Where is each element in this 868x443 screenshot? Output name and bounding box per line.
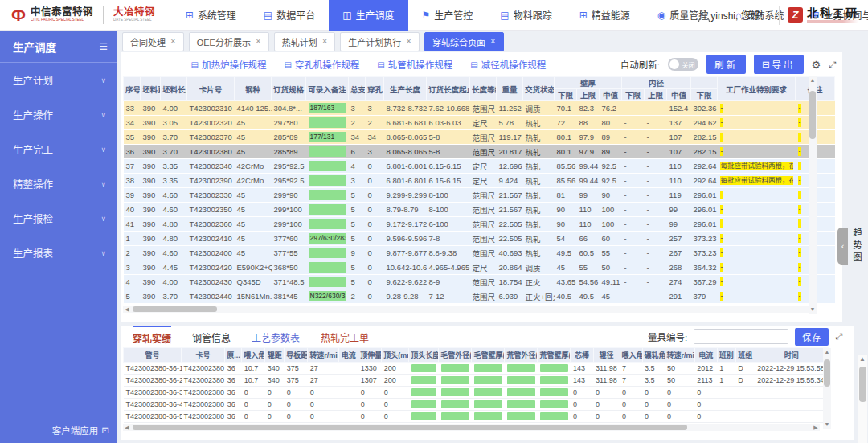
bottom-table-hscrollbar[interactable]: ◀ ▶ [123,424,820,431]
scroll-right-icon[interactable]: ▶ [812,425,820,431]
table-row[interactable]: T423002380-36-5T42300238036000000000000 [124,411,829,423]
measure-input-cell[interactable] [540,364,568,372]
table-row[interactable]: 373903.35T42300234042CrMo295*92.5406.801… [124,159,835,174]
measure-input-cell[interactable] [411,412,436,420]
tab-2[interactable]: OEE分析展示✕ [189,32,269,51]
remark-input-cell[interactable]: N322/630/311 [309,291,346,301]
measure-input-cell[interactable] [507,376,535,384]
table-row[interactable]: 333904.00T4230023104140 125...304.8*...1… [124,101,835,116]
main-table-hscrollbar[interactable]: ◀ [123,306,810,313]
client-app-link[interactable]: 客户端应用 ⊡ [52,424,109,437]
tab-5[interactable]: 穿轧综合页面✕ [424,32,504,51]
measure-input-cell[interactable] [507,400,535,408]
measure-input-cell[interactable] [540,376,568,384]
page-vscrollbar[interactable]: ▲ ▼ [858,355,867,443]
table-row[interactable]: T423002380-36-1T4230023803610.7340375271… [124,363,829,375]
tab-4[interactable]: 生产计划执行✕ [340,32,420,51]
remark-input-cell[interactable]: 297/630/283 [309,233,346,244]
measure-input-cell[interactable] [474,412,502,420]
export-button[interactable]: ⊟导出 [754,55,804,74]
main-table-vthumb[interactable] [809,91,816,139]
sidebar-item-3[interactable]: 生产完工∨ [0,132,117,166]
sidebar-item-2[interactable]: 生产操作∨ [0,97,117,132]
measure-input-cell[interactable] [441,376,469,384]
measure-input-cell[interactable] [540,400,568,408]
remark-input-cell[interactable] [309,248,346,258]
trend-expand-handle[interactable]: ‹ [837,228,848,265]
remark-input-cell[interactable]: 187/163 [309,103,346,113]
remark-input-cell[interactable] [309,146,346,157]
measure-input-cell[interactable] [411,376,436,384]
measure-input-cell[interactable] [474,364,502,372]
remark-input-cell[interactable] [309,219,346,229]
sidebar-item-1[interactable]: 生产计划∨ [0,63,117,97]
scroll-down-icon[interactable]: ▼ [825,420,830,429]
measure-input-cell[interactable] [507,412,535,420]
table-row[interactable]: 43904.00T423002430Q345D371*48.5509.622-9… [124,275,835,289]
table-row[interactable]: 33904.45T423002420E590K2+QT368*505010.64… [124,260,835,275]
bottom-table-vthumb[interactable] [824,359,830,387]
bottom-table-vscrollbar[interactable]: ▲ ▼ [823,348,831,429]
measure-input-cell[interactable] [411,400,436,408]
user-info[interactable]: yinshi, 您好! [700,8,763,22]
gear-icon[interactable]: ⚙ [812,59,821,71]
remark-input-cell[interactable]: 177/131 [309,132,346,142]
table-row[interactable]: T423002380-36-3T42300238036000000000000 [124,387,829,399]
refresh-button[interactable]: 刷新 [706,55,746,74]
measure-input-cell[interactable] [474,388,502,396]
sidebar-item-4[interactable]: 精整操作∨ [0,166,117,201]
bottom-tab-1[interactable]: 穿轧实绩 [133,326,171,348]
tab-1[interactable]: 合同处理✕ [122,32,184,51]
tab-3[interactable]: 热轧计划✕ [274,32,336,51]
measure-input-cell[interactable] [540,388,568,396]
procedure-link-1[interactable]: ▤加热炉操作规程 [190,58,266,71]
procedure-link-2[interactable]: ▤穿孔机操作规程 [284,58,359,71]
fullscreen-icon[interactable]: ⤢ [829,59,836,70]
nav-item-monitor[interactable]: ⚑生产管控 [408,0,487,31]
close-icon[interactable]: ✕ [406,38,411,45]
table-row[interactable]: 413904.80T42300236045299*100509.172-9.17… [124,217,835,232]
nav-item-factory[interactable]: ◫生产调度 [329,0,407,31]
collapse-menu-icon[interactable]: ☰ [99,41,108,52]
scroll-up-icon[interactable]: ▲ [859,355,866,364]
table-row[interactable]: 53903.70T42300244015N61Mn...381*45N322/6… [124,289,835,304]
remark-input-cell[interactable] [309,117,346,128]
bottom-tab-4[interactable]: 热轧完工单 [321,326,369,347]
nav-item-energy[interactable]: ⊞精益能源 [566,0,644,31]
remark-input-cell[interactable] [309,277,346,287]
scroll-up-icon[interactable]: ▲ [825,348,830,356]
page-vthumb[interactable] [859,367,866,402]
measure-input-cell[interactable] [507,364,535,372]
table-row[interactable]: 393904.60T42300233045299*90509.299-9.299… [124,188,835,203]
measure-input-cell[interactable] [507,388,535,396]
auto-refresh-toggle[interactable]: 关闭 [668,58,698,71]
remark-input-cell[interactable] [309,175,346,186]
table-row[interactable]: 403904.60T42300235045299*100508.79-8.798… [124,203,835,217]
scroll-up-icon[interactable]: ▲ [810,76,816,84]
remark-input-cell[interactable] [309,190,346,200]
main-table-vscrollbar[interactable]: ▲ ▼ [809,76,817,314]
close-icon[interactable]: ✕ [256,38,261,45]
table-row[interactable]: 363903.70T42300238045285*89638.065-8.065… [124,145,835,159]
measure-input-cell[interactable] [441,400,469,408]
bottom-table-hthumb[interactable] [133,425,687,430]
sidebar-item-5[interactable]: 生产报检∨ [0,201,117,236]
main-table-hthumb[interactable] [133,306,217,312]
remark-input-cell[interactable] [309,204,346,215]
measure-input-cell[interactable] [540,412,568,420]
sidebar-item-6[interactable]: 生产报表∨ [0,236,117,270]
nav-item-modules[interactable]: ⊞系统管理 [172,0,250,31]
scroll-down-icon[interactable]: ▼ [810,306,816,314]
measure-input-cell[interactable] [411,364,436,372]
table-row[interactable]: T423002380-36-2T4230023803610.7340375271… [124,375,829,387]
measure-input-cell[interactable] [441,364,469,372]
bottom-fullscreen-icon[interactable]: ⤢ [835,331,842,342]
table-row[interactable]: 383903.35T42300239042CrMo295*92.5306.801… [124,174,835,188]
table-row[interactable]: 23904.60T42300240045377*55909.877-9.8778… [124,246,835,260]
table-row[interactable]: 13904.80T42300241045377*60297/630/283509… [124,232,835,246]
measure-input-cell[interactable] [474,400,502,408]
procedure-link-4[interactable]: ▤减径机操作规程 [470,58,546,71]
remark-input-cell[interactable] [309,161,346,171]
procedure-link-3[interactable]: ▤轧管机操作规程 [377,58,452,71]
measure-input-cell[interactable] [474,376,502,384]
